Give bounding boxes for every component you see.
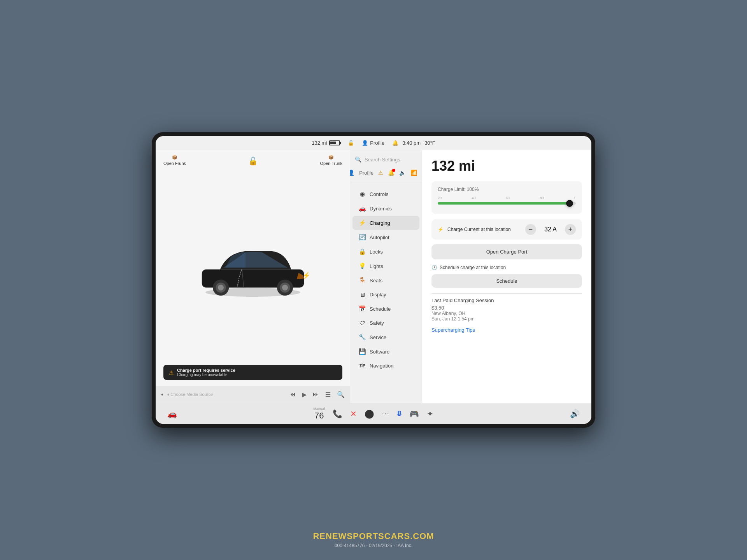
play-icon[interactable]: ▶ xyxy=(302,391,307,398)
open-charge-port-button[interactable]: Open Charge Port xyxy=(431,244,582,259)
taskbar-center: Manual 76 📞 ✕ ⬤ ··· Ƀ 🎮 ✦ xyxy=(314,407,434,421)
taskbar: 🚗 Manual 76 📞 ✕ ⬤ ··· Ƀ 🎮 ✦ 🔊 xyxy=(156,403,591,424)
media-bar[interactable]: ♦ ♦ Choose Media Source ⏮ ▶ ⏭ ☰ 🔍 xyxy=(156,386,350,403)
nav-item-schedule[interactable]: 📅 Schedule xyxy=(352,302,419,316)
search-placeholder[interactable]: Search Settings xyxy=(365,157,417,163)
frunk-label: Open Frunk xyxy=(163,161,186,166)
nav-item-display[interactable]: 🖥 Display xyxy=(352,288,419,301)
service-icon: 🔧 xyxy=(359,334,366,341)
locks-icon: 🔒 xyxy=(359,248,366,255)
amperage-control: − 32 A + xyxy=(525,224,576,235)
charge-current-label: Charge Current at this location xyxy=(447,227,521,232)
prev-icon[interactable]: ⏮ xyxy=(289,391,296,398)
temperature-display: 30°F xyxy=(424,140,435,146)
charge-current-section: ⚡ Charge Current at this location − 32 A… xyxy=(431,219,582,240)
display-icon: 🖥 xyxy=(359,291,366,298)
slider-thumb[interactable] xyxy=(566,200,573,207)
svg-point-7 xyxy=(282,285,288,290)
alert-nav-icon: ⚠ xyxy=(378,170,383,176)
schedule-text: Schedule charge at this location xyxy=(440,265,506,270)
seats-label: Seats xyxy=(370,278,382,284)
search-bar[interactable]: 🔍 Search Settings xyxy=(350,154,422,165)
safety-label: Safety xyxy=(370,320,384,326)
warning-banner: ⚠ Charge port requires service Charging … xyxy=(163,365,342,380)
nav-item-controls[interactable]: ◉ Controls xyxy=(352,187,419,201)
schedule-at-location-label: 🕐 Schedule charge at this location xyxy=(431,265,582,270)
nav-item-dynamics[interactable]: 🚗 Dynamics xyxy=(352,201,419,215)
open-frunk-button[interactable]: 📦 Open Frunk xyxy=(163,155,186,166)
next-icon[interactable]: ⏭ xyxy=(313,391,319,398)
watermark-info: 000-41485776 - 02/19/2025 - IAA Inc. xyxy=(313,543,434,548)
taskbar-left: 🚗 xyxy=(167,409,177,418)
last-session-title: Last Paid Charging Session xyxy=(431,298,582,303)
bluetooth-icon[interactable]: Ƀ xyxy=(397,410,402,417)
nav-item-charging[interactable]: ⚡ Charging xyxy=(352,216,419,230)
star-apps-icon[interactable]: ✦ xyxy=(427,409,433,418)
schedule-label: Schedule xyxy=(370,306,391,312)
speed-display: Manual 76 xyxy=(314,407,325,421)
more-icon[interactable]: ··· xyxy=(382,410,389,417)
time-display: 3:40 pm xyxy=(402,140,421,146)
gamepad-icon[interactable]: 🎮 xyxy=(409,409,419,418)
volume-icon[interactable]: 🔊 xyxy=(570,409,580,418)
charge-limit-slider[interactable] xyxy=(438,202,576,205)
scale-80: 80 xyxy=(540,196,544,200)
bell-nav-icon[interactable]: 🔔 xyxy=(388,170,395,176)
nav-item-navigation[interactable]: 🗺 Navigation xyxy=(352,359,419,373)
warning-triangle-icon: ⚠ xyxy=(169,369,174,376)
slider-fill xyxy=(438,202,569,205)
car-visual: ⚡ xyxy=(156,170,350,365)
dot-menu-icon[interactable]: ⬤ xyxy=(365,409,374,419)
nav-item-lights[interactable]: 💡 Lights xyxy=(352,259,419,273)
scale-40: 40 xyxy=(472,196,475,200)
dynamics-icon: 🚗 xyxy=(359,205,366,212)
status-bar: 132 mi 🔓 👤 Profile 🔔 3:40 pm 30°F xyxy=(156,136,591,150)
panel-header: 📦 Open Frunk 🔓 📦 Open Trunk xyxy=(156,150,350,170)
nav-item-seats[interactable]: 🪑 Seats xyxy=(352,273,419,287)
settings-nav: 🔍 Search Settings 👤 Profile ⚠ 🔔 🔈 📶 xyxy=(350,150,422,403)
charging-label: Charging xyxy=(370,220,390,226)
open-trunk-button[interactable]: 📦 Open Trunk xyxy=(320,155,342,166)
supercharging-tips-link[interactable]: Supercharging Tips xyxy=(431,327,475,333)
charge-current-text: Charge Current at this location xyxy=(447,227,511,232)
software-label: Software xyxy=(370,349,389,355)
speed-mode-label: Manual xyxy=(314,407,325,411)
scale-20: 20 xyxy=(438,196,442,200)
nav-item-safety[interactable]: 🛡 Safety xyxy=(352,316,419,330)
lock-icon[interactable]: 🔓 xyxy=(248,156,258,166)
main-content: 📦 Open Frunk 🔓 📦 Open Trunk xyxy=(156,150,591,403)
charge-limit-header: Charge Limit: 100% xyxy=(438,187,576,192)
schedule-button[interactable]: Schedule xyxy=(431,274,582,288)
nav-divider xyxy=(350,183,422,183)
current-icon: ⚡ xyxy=(438,227,444,232)
increase-amperage-button[interactable]: + xyxy=(565,224,576,235)
menu-icon[interactable]: ☰ xyxy=(325,391,331,398)
nav-item-locks[interactable]: 🔒 Locks xyxy=(352,245,419,259)
search-icon[interactable]: 🔍 xyxy=(337,391,345,398)
nav-item-autopilot[interactable]: 🔄 Autopilot xyxy=(352,230,419,244)
time-temp: 🔔 3:40 pm 30°F xyxy=(392,140,435,146)
car-home-icon[interactable]: 🚗 xyxy=(167,409,177,418)
warning-title: Charge port requires service xyxy=(177,368,235,373)
nav-item-software[interactable]: 💾 Software xyxy=(352,345,419,359)
last-session-amount: $3.50 xyxy=(431,305,582,311)
screen-frame: 132 mi 🔓 👤 Profile 🔔 3:40 pm 30°F xyxy=(152,132,595,428)
range-display: 132 mi xyxy=(431,158,582,174)
decrease-amperage-button[interactable]: − xyxy=(525,224,536,235)
nav-header-icons: 👤 Profile ⚠ 🔔 🔈 📶 xyxy=(350,168,422,179)
nav-item-service[interactable]: 🔧 Service xyxy=(352,330,419,344)
controls-label: Controls xyxy=(370,191,388,197)
main-screen: 132 mi 🔓 👤 Profile 🔔 3:40 pm 30°F xyxy=(156,136,591,424)
car-svg: ⚡ xyxy=(195,236,311,299)
notification-dot xyxy=(392,169,395,172)
service-label: Service xyxy=(370,334,386,340)
profile-info: 👤 Profile xyxy=(362,140,384,146)
taskbar-right: 🔊 xyxy=(570,409,580,418)
charging-settings-content: 132 mi Charge Limit: 100% 20 40 60 80 T xyxy=(422,150,591,403)
navigation-label: Navigation xyxy=(370,363,393,369)
content-divider xyxy=(431,293,582,294)
controls-icon: ◉ xyxy=(359,191,366,198)
speaker-icon: 🔈 xyxy=(399,170,406,176)
x-icon[interactable]: ✕ xyxy=(350,409,357,418)
phone-icon[interactable]: 📞 xyxy=(333,409,342,418)
